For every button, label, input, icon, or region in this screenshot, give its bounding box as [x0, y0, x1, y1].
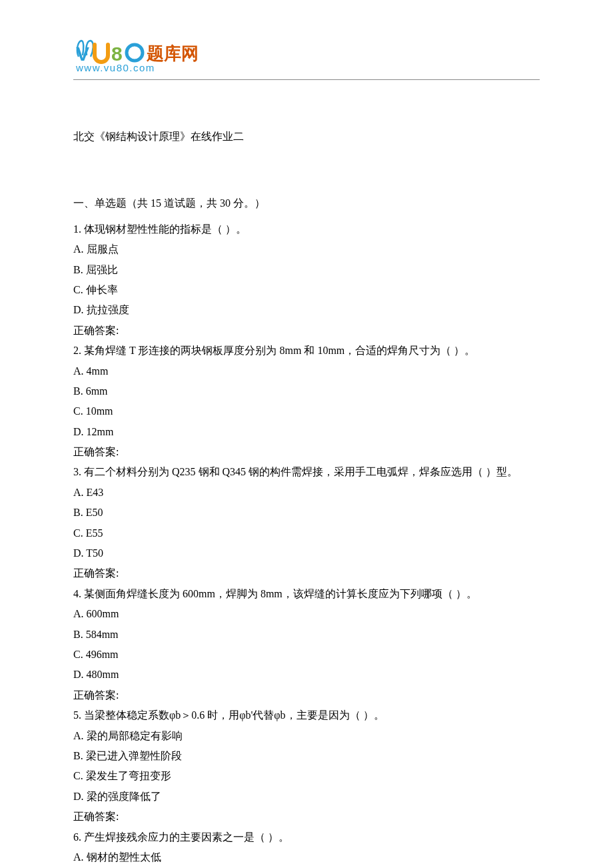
question-stem: 5. 当梁整体稳定系数φb＞0.6 时，用φb'代替φb，主要是因为（ ）。: [73, 705, 540, 725]
question-4: 4. 某侧面角焊缝长度为 600mm，焊脚为 8mm，该焊缝的计算长度应为下列哪…: [73, 584, 540, 705]
question-1: 1. 体现钢材塑性性能的指标是（ ）。 A. 屈服点 B. 屈强比 C. 伸长率…: [73, 219, 540, 341]
option-d: D. 抗拉强度: [73, 300, 540, 320]
answer-label: 正确答案:: [73, 321, 540, 341]
option-c: C. 496mm: [73, 645, 540, 665]
option-c: C. 10mm: [73, 401, 540, 421]
option-d: D. 480mm: [73, 665, 540, 685]
option-a: A. 600mm: [73, 604, 540, 624]
option-b: B. 584mm: [73, 625, 540, 645]
answer-label: 正确答案:: [73, 685, 540, 705]
option-d: D. T50: [73, 543, 540, 563]
question-5: 5. 当梁整体稳定系数φb＞0.6 时，用φb'代替φb，主要是因为（ ）。 A…: [73, 705, 540, 827]
option-a: A. 钢材的塑性太低: [73, 847, 540, 867]
question-2: 2. 某角焊缝 T 形连接的两块钢板厚度分别为 8mm 和 10mm，合适的焊角…: [73, 341, 540, 462]
header-divider: [73, 79, 540, 80]
section-heading: 一、单选题（共 15 道试题，共 30 分。）: [73, 193, 540, 213]
question-stem: 1. 体现钢材塑性性能的指标是（ ）。: [73, 219, 540, 239]
option-d: D. 12mm: [73, 422, 540, 442]
option-c: C. 梁发生了弯扭变形: [73, 766, 540, 786]
answer-label: 正确答案:: [73, 442, 540, 462]
option-a: A. E43: [73, 483, 540, 503]
option-a: A. 屈服点: [73, 239, 540, 259]
logo-letter-u: [95, 45, 108, 62]
question-6: 6. 产生焊接残余应力的主要因素之一是（ ）。 A. 钢材的塑性太低 B. 钢材…: [73, 827, 540, 869]
logo-brand-text: 题库网: [146, 43, 199, 63]
option-b: B. 屈强比: [73, 260, 540, 280]
answer-label: 正确答案:: [73, 563, 540, 583]
option-b: B. 梁已进入弹塑性阶段: [73, 746, 540, 766]
question-stem: 2. 某角焊缝 T 形连接的两块钢板厚度分别为 8mm 和 10mm，合适的焊角…: [73, 341, 540, 361]
document-title: 北交《钢结构设计原理》在线作业二: [73, 127, 540, 147]
logo-letter-o: [127, 45, 143, 61]
option-a: A. 4mm: [73, 361, 540, 381]
option-b: B. 6mm: [73, 381, 540, 401]
option-b: B. E50: [73, 503, 540, 523]
option-c: C. E55: [73, 523, 540, 543]
question-stem: 4. 某侧面角焊缝长度为 600mm，焊脚为 8mm，该焊缝的计算长度应为下列哪…: [73, 584, 540, 604]
question-3: 3. 有二个材料分别为 Q235 钢和 Q345 钢的构件需焊接，采用手工电弧焊…: [73, 462, 540, 583]
option-d: D. 梁的强度降低了: [73, 787, 540, 807]
answer-label: 正确答案:: [73, 807, 540, 827]
logo-svg: V 8 题库网 www.vu80.com: [73, 37, 213, 74]
question-stem: 3. 有二个材料分别为 Q235 钢和 Q345 钢的构件需焊接，采用手工电弧焊…: [73, 462, 540, 482]
option-c: C. 伸长率: [73, 280, 540, 300]
logo: V 8 题库网 www.vu80.com: [73, 37, 540, 74]
question-stem: 6. 产生焊接残余应力的主要因素之一是（ ）。: [73, 827, 540, 847]
logo-url: www.vu80.com: [75, 62, 155, 73]
option-a: A. 梁的局部稳定有影响: [73, 726, 540, 746]
